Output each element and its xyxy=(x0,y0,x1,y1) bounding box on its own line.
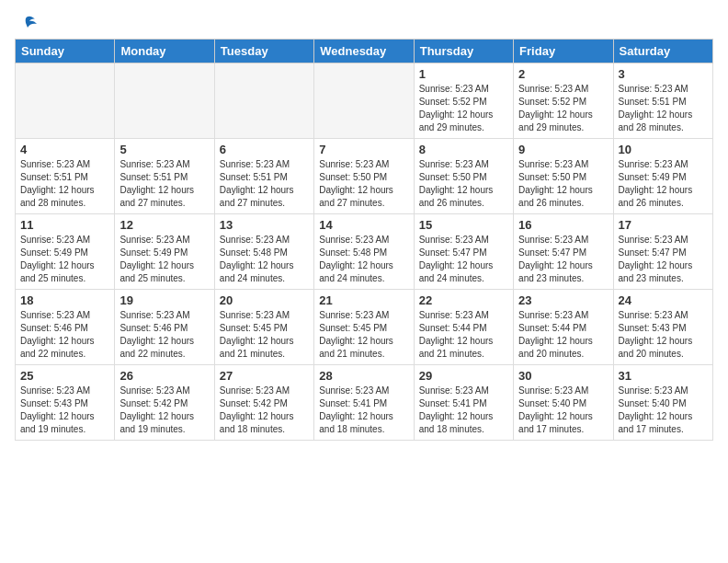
day-info: Sunrise: 5:23 AM Sunset: 5:50 PM Dayligh… xyxy=(518,158,608,210)
calendar-table: SundayMondayTuesdayWednesdayThursdayFrid… xyxy=(15,39,713,441)
day-number: 25 xyxy=(20,369,109,383)
day-number: 6 xyxy=(220,143,309,156)
calendar-day-cell: 4Sunrise: 5:23 AM Sunset: 5:51 PM Daylig… xyxy=(16,139,115,214)
day-number: 11 xyxy=(20,218,109,232)
day-number: 26 xyxy=(119,369,209,383)
weekday-header: Wednesday xyxy=(314,40,414,63)
day-info: Sunrise: 5:23 AM Sunset: 5:49 PM Dayligh… xyxy=(20,234,109,285)
calendar-day-cell: 20Sunrise: 5:23 AM Sunset: 5:45 PM Dayli… xyxy=(214,290,313,365)
calendar-day-cell: 21Sunrise: 5:23 AM Sunset: 5:45 PM Dayli… xyxy=(314,290,414,365)
calendar-week-row: 11Sunrise: 5:23 AM Sunset: 5:49 PM Dayli… xyxy=(16,214,713,290)
calendar-day-cell: 8Sunrise: 5:23 AM Sunset: 5:50 PM Daylig… xyxy=(414,139,513,214)
logo xyxy=(15,15,37,33)
day-number: 14 xyxy=(319,218,408,232)
day-info: Sunrise: 5:23 AM Sunset: 5:50 PM Dayligh… xyxy=(419,158,508,210)
day-info: Sunrise: 5:23 AM Sunset: 5:48 PM Dayligh… xyxy=(220,234,309,285)
day-info: Sunrise: 5:23 AM Sunset: 5:50 PM Dayligh… xyxy=(319,158,408,210)
calendar-day-cell: 9Sunrise: 5:23 AM Sunset: 5:50 PM Daylig… xyxy=(514,139,613,214)
day-info: Sunrise: 5:23 AM Sunset: 5:44 PM Dayligh… xyxy=(419,309,508,361)
day-number: 29 xyxy=(419,369,508,383)
day-number: 27 xyxy=(220,369,309,383)
calendar-day-cell: 17Sunrise: 5:23 AM Sunset: 5:47 PM Dayli… xyxy=(613,214,712,290)
calendar-day-cell: 11Sunrise: 5:23 AM Sunset: 5:49 PM Dayli… xyxy=(16,214,115,290)
day-number: 28 xyxy=(319,369,408,383)
day-number: 18 xyxy=(20,293,109,307)
day-info: Sunrise: 5:23 AM Sunset: 5:41 PM Dayligh… xyxy=(419,385,508,436)
weekday-header: Tuesday xyxy=(214,40,313,63)
calendar-day-cell: 2Sunrise: 5:23 AM Sunset: 5:52 PM Daylig… xyxy=(514,63,613,139)
calendar-week-row: 4Sunrise: 5:23 AM Sunset: 5:51 PM Daylig… xyxy=(16,139,713,214)
weekday-header: Sunday xyxy=(16,40,115,63)
day-number: 5 xyxy=(119,143,209,156)
day-info: Sunrise: 5:23 AM Sunset: 5:41 PM Dayligh… xyxy=(319,385,408,436)
day-number: 10 xyxy=(619,143,708,156)
weekday-header: Friday xyxy=(514,40,613,63)
day-number: 3 xyxy=(619,67,708,81)
calendar-day-cell: 22Sunrise: 5:23 AM Sunset: 5:44 PM Dayli… xyxy=(414,290,513,365)
day-number: 15 xyxy=(419,218,508,232)
day-info: Sunrise: 5:23 AM Sunset: 5:51 PM Dayligh… xyxy=(20,158,109,210)
day-number: 7 xyxy=(319,143,408,156)
calendar-day-cell: 1Sunrise: 5:23 AM Sunset: 5:52 PM Daylig… xyxy=(414,63,513,139)
day-info: Sunrise: 5:23 AM Sunset: 5:42 PM Dayligh… xyxy=(119,385,209,436)
page-header xyxy=(15,15,713,33)
day-info: Sunrise: 5:23 AM Sunset: 5:45 PM Dayligh… xyxy=(319,309,408,361)
calendar-day-cell: 28Sunrise: 5:23 AM Sunset: 5:41 PM Dayli… xyxy=(314,365,414,441)
calendar-day-cell: 6Sunrise: 5:23 AM Sunset: 5:51 PM Daylig… xyxy=(214,139,313,214)
calendar-day-cell: 13Sunrise: 5:23 AM Sunset: 5:48 PM Dayli… xyxy=(214,214,313,290)
day-number: 8 xyxy=(419,143,508,156)
logo-bird-icon xyxy=(17,15,37,33)
day-info: Sunrise: 5:23 AM Sunset: 5:51 PM Dayligh… xyxy=(119,158,209,210)
calendar-day-cell: 31Sunrise: 5:23 AM Sunset: 5:40 PM Dayli… xyxy=(613,365,712,441)
day-info: Sunrise: 5:23 AM Sunset: 5:51 PM Dayligh… xyxy=(220,158,309,210)
calendar-day-cell xyxy=(314,63,414,139)
calendar-week-row: 18Sunrise: 5:23 AM Sunset: 5:46 PM Dayli… xyxy=(16,290,713,365)
calendar-week-row: 1Sunrise: 5:23 AM Sunset: 5:52 PM Daylig… xyxy=(16,63,713,139)
day-info: Sunrise: 5:23 AM Sunset: 5:45 PM Dayligh… xyxy=(220,309,309,361)
calendar-day-cell: 19Sunrise: 5:23 AM Sunset: 5:46 PM Dayli… xyxy=(115,290,214,365)
day-info: Sunrise: 5:23 AM Sunset: 5:49 PM Dayligh… xyxy=(619,158,708,210)
calendar-day-cell: 29Sunrise: 5:23 AM Sunset: 5:41 PM Dayli… xyxy=(414,365,513,441)
day-number: 13 xyxy=(220,218,309,232)
calendar-day-cell: 14Sunrise: 5:23 AM Sunset: 5:48 PM Dayli… xyxy=(314,214,414,290)
day-number: 1 xyxy=(419,67,508,81)
day-info: Sunrise: 5:23 AM Sunset: 5:49 PM Dayligh… xyxy=(119,234,209,285)
calendar-day-cell: 26Sunrise: 5:23 AM Sunset: 5:42 PM Dayli… xyxy=(115,365,214,441)
day-number: 21 xyxy=(319,293,408,307)
day-number: 12 xyxy=(119,218,209,232)
day-info: Sunrise: 5:23 AM Sunset: 5:47 PM Dayligh… xyxy=(619,234,708,285)
day-number: 16 xyxy=(518,218,608,232)
day-number: 22 xyxy=(419,293,508,307)
calendar-week-row: 25Sunrise: 5:23 AM Sunset: 5:43 PM Dayli… xyxy=(16,365,713,441)
day-info: Sunrise: 5:23 AM Sunset: 5:43 PM Dayligh… xyxy=(619,309,708,361)
day-info: Sunrise: 5:23 AM Sunset: 5:46 PM Dayligh… xyxy=(20,309,109,361)
day-info: Sunrise: 5:23 AM Sunset: 5:43 PM Dayligh… xyxy=(20,385,109,436)
day-number: 31 xyxy=(619,369,708,383)
day-number: 30 xyxy=(518,369,608,383)
day-info: Sunrise: 5:23 AM Sunset: 5:47 PM Dayligh… xyxy=(419,234,508,285)
day-info: Sunrise: 5:23 AM Sunset: 5:42 PM Dayligh… xyxy=(220,385,309,436)
weekday-header: Saturday xyxy=(613,40,712,63)
calendar-day-cell xyxy=(16,63,115,139)
day-number: 23 xyxy=(518,293,608,307)
calendar-day-cell: 16Sunrise: 5:23 AM Sunset: 5:47 PM Dayli… xyxy=(514,214,613,290)
calendar-header-row: SundayMondayTuesdayWednesdayThursdayFrid… xyxy=(16,40,713,63)
calendar-day-cell: 23Sunrise: 5:23 AM Sunset: 5:44 PM Dayli… xyxy=(514,290,613,365)
day-info: Sunrise: 5:23 AM Sunset: 5:47 PM Dayligh… xyxy=(518,234,608,285)
calendar-day-cell: 25Sunrise: 5:23 AM Sunset: 5:43 PM Dayli… xyxy=(16,365,115,441)
day-number: 2 xyxy=(518,67,608,81)
day-number: 4 xyxy=(20,143,109,156)
day-info: Sunrise: 5:23 AM Sunset: 5:48 PM Dayligh… xyxy=(319,234,408,285)
day-number: 9 xyxy=(518,143,608,156)
day-number: 20 xyxy=(220,293,309,307)
calendar-day-cell: 7Sunrise: 5:23 AM Sunset: 5:50 PM Daylig… xyxy=(314,139,414,214)
calendar-day-cell: 5Sunrise: 5:23 AM Sunset: 5:51 PM Daylig… xyxy=(115,139,214,214)
day-number: 17 xyxy=(619,218,708,232)
calendar-day-cell: 10Sunrise: 5:23 AM Sunset: 5:49 PM Dayli… xyxy=(613,139,712,214)
calendar-day-cell: 18Sunrise: 5:23 AM Sunset: 5:46 PM Dayli… xyxy=(16,290,115,365)
day-info: Sunrise: 5:23 AM Sunset: 5:52 PM Dayligh… xyxy=(419,83,508,134)
day-info: Sunrise: 5:23 AM Sunset: 5:51 PM Dayligh… xyxy=(619,83,708,134)
day-info: Sunrise: 5:23 AM Sunset: 5:46 PM Dayligh… xyxy=(119,309,209,361)
calendar-day-cell: 12Sunrise: 5:23 AM Sunset: 5:49 PM Dayli… xyxy=(115,214,214,290)
calendar-day-cell: 27Sunrise: 5:23 AM Sunset: 5:42 PM Dayli… xyxy=(214,365,313,441)
